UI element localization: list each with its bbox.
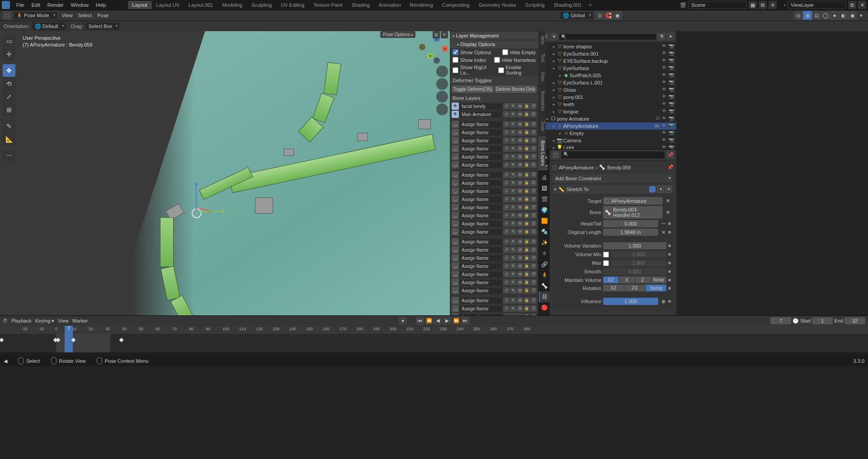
pan-button[interactable] <box>436 78 448 90</box>
timeline-type-button[interactable]: ⏱ <box>3 318 8 323</box>
layer-lock-icon[interactable]: 🔒 <box>524 239 530 245</box>
layer-lock-icon[interactable]: 🔒 <box>524 137 530 144</box>
workspace-tab[interactable]: Texture Paint <box>309 1 347 9</box>
layer-expand-icon[interactable]: ⤢ <box>503 137 509 144</box>
jump-next-key-button[interactable]: ⏩ <box>452 317 460 325</box>
layer-lock-icon[interactable]: 🔒 <box>524 255 530 261</box>
tab-modifier[interactable]: 🔩 <box>539 226 550 237</box>
layer-visibility-toggle[interactable]: ◡ <box>452 271 459 278</box>
layer-name-field[interactable]: Assign Name <box>460 263 502 269</box>
layer-select-icon[interactable]: ↖ <box>510 180 516 186</box>
disclosure-icon[interactable]: ▸ <box>552 44 556 49</box>
layer-select-icon[interactable]: ↖ <box>510 279 516 286</box>
jump-end-button[interactable]: ⏭ <box>461 317 469 325</box>
disclosure-icon[interactable]: ▸ <box>558 73 562 78</box>
timeline-playback[interactable]: Playback <box>11 318 32 323</box>
item-name[interactable]: Empty <box>570 131 661 136</box>
layer-select-icon[interactable]: ↖ <box>510 220 516 227</box>
layer-name-field[interactable]: Assign Name <box>460 306 502 312</box>
hide-nameless-checkbox[interactable] <box>494 57 500 63</box>
current-frame-field[interactable]: 7 <box>770 317 791 324</box>
keyframe[interactable] <box>0 338 4 342</box>
layer-name-field[interactable]: Main Armature <box>460 112 502 117</box>
start-frame-field[interactable]: 1 <box>812 317 833 324</box>
workspace-tab[interactable]: Scripting <box>521 1 549 9</box>
show-options-checkbox[interactable] <box>453 49 458 55</box>
viewlayer-new-button[interactable]: ⧉ <box>848 1 856 9</box>
disable-render-icon[interactable]: 📷 <box>668 72 675 79</box>
gizmo-vis-button[interactable]: ◎ <box>794 11 803 20</box>
workspace-tab[interactable]: Shading <box>347 1 374 9</box>
layer-group-icon[interactable]: ☷ <box>530 196 537 202</box>
layer-group-icon[interactable]: ☷ <box>530 137 537 144</box>
layer-select-icon[interactable]: ↖ <box>510 121 516 127</box>
layer-lock-icon[interactable]: 🔒 <box>524 196 530 202</box>
bc-bone[interactable]: Bendy.059 <box>607 165 631 170</box>
layer-target-icon[interactable]: ◎ <box>517 145 523 152</box>
layer-lock-icon[interactable]: 🔒 <box>524 287 530 294</box>
layer-name-field[interactable]: Assign Name <box>460 180 502 186</box>
maintain-volume-option[interactable]: XZ <box>603 276 618 283</box>
layer-lock-icon[interactable]: 🔒 <box>524 154 530 160</box>
layer-name-field[interactable]: Assign Name <box>460 162 502 168</box>
menu-window[interactable]: Window <box>67 2 92 8</box>
workspace-tab[interactable]: Sculpting <box>247 1 276 9</box>
layer-lock-icon[interactable]: 🔒 <box>524 220 530 227</box>
menu-file[interactable]: File <box>13 2 28 8</box>
layer-select-icon[interactable]: ↖ <box>510 162 516 168</box>
layer-group-icon[interactable]: ☷ <box>530 212 537 219</box>
layer-select-icon[interactable]: ↖ <box>510 271 516 277</box>
disclosure-icon[interactable]: ▸ <box>552 138 556 143</box>
layer-name-field[interactable]: Assign Name <box>460 138 502 144</box>
rotation-option[interactable]: ZX <box>624 285 645 291</box>
item-name[interactable]: pony.001 <box>563 94 661 100</box>
layer-lock-icon[interactable]: 🔒 <box>524 204 530 211</box>
menu-view[interactable]: View <box>59 13 75 18</box>
layer-target-icon[interactable]: ◎ <box>517 111 523 117</box>
layer-select-icon[interactable]: ↖ <box>510 229 516 235</box>
viewlayer-delete-button[interactable]: ✕ <box>858 1 866 9</box>
workspace-tab[interactable]: Layout <box>128 1 152 9</box>
add-constraint-dropdown[interactable]: Add Bone Constraint <box>552 174 674 183</box>
layer-select-icon[interactable]: ↖ <box>510 196 516 202</box>
hide-viewport-icon[interactable]: 👁 <box>661 58 667 64</box>
origlen-anim-button[interactable] <box>668 231 671 234</box>
npanel-tab[interactable]: Item <box>538 31 546 49</box>
layer-lock-icon[interactable]: 🔒 <box>524 162 530 168</box>
layer-lock-icon[interactable]: 🔒 <box>524 263 530 269</box>
layer-group-icon[interactable]: ☷ <box>530 239 537 245</box>
layer-visibility-toggle[interactable]: ◡ <box>452 228 459 235</box>
layer-visibility-toggle[interactable]: ◡ <box>452 254 459 262</box>
layer-group-icon[interactable]: ☷ <box>530 188 537 194</box>
hide-viewport-icon[interactable]: 👁 <box>661 130 667 136</box>
layer-name-field[interactable]: Assign Name <box>460 122 502 127</box>
play-reverse-button[interactable]: ◀ <box>434 317 442 325</box>
scene-delete-button[interactable]: ✕ <box>769 1 777 9</box>
shading-wire-button[interactable]: ◯ <box>821 11 830 20</box>
layer-select-icon[interactable]: ↖ <box>510 239 516 245</box>
outliner-item[interactable]: ▸ ▽ teeth 👁 📷 <box>539 101 676 108</box>
gizmo-neg-z-icon[interactable] <box>434 57 440 64</box>
layer-expand-icon[interactable]: ⤢ <box>503 212 509 219</box>
autokey-button[interactable]: ● <box>399 317 407 325</box>
layer-target-icon[interactable]: ◎ <box>517 314 523 315</box>
workspace-tab[interactable]: Layout.001 <box>184 1 217 9</box>
item-name[interactable]: EyeSurface.001 <box>563 51 661 56</box>
hide-viewport-icon[interactable]: 👁 <box>661 108 667 115</box>
transform-tool[interactable]: ⊞ <box>3 103 15 116</box>
layer-visibility-toggle[interactable]: ◡ <box>452 204 459 211</box>
layer-visibility-toggle[interactable]: ◡ <box>452 313 459 315</box>
snap-button[interactable]: 🧲 <box>604 11 613 20</box>
layer-visibility-toggle[interactable]: ◡ <box>452 212 459 219</box>
layer-group-icon[interactable]: ☷ <box>530 287 537 294</box>
layer-expand-icon[interactable]: ⤢ <box>503 263 509 269</box>
disable-render-icon[interactable]: 📷 <box>668 80 675 86</box>
viewlayer-name-field[interactable]: ViewLayer <box>788 1 846 9</box>
jump-start-button[interactable]: ⏮ <box>416 317 424 325</box>
layer-expand-icon[interactable]: ⤢ <box>503 297 509 304</box>
gizmo-x-icon[interactable]: X <box>442 46 448 52</box>
layer-group-icon[interactable]: ☷ <box>530 154 537 160</box>
scene-new-button[interactable]: ⧉ <box>759 1 767 9</box>
layer-target-icon[interactable]: ◎ <box>517 212 523 219</box>
disclosure-icon[interactable]: ▸ <box>552 88 556 92</box>
